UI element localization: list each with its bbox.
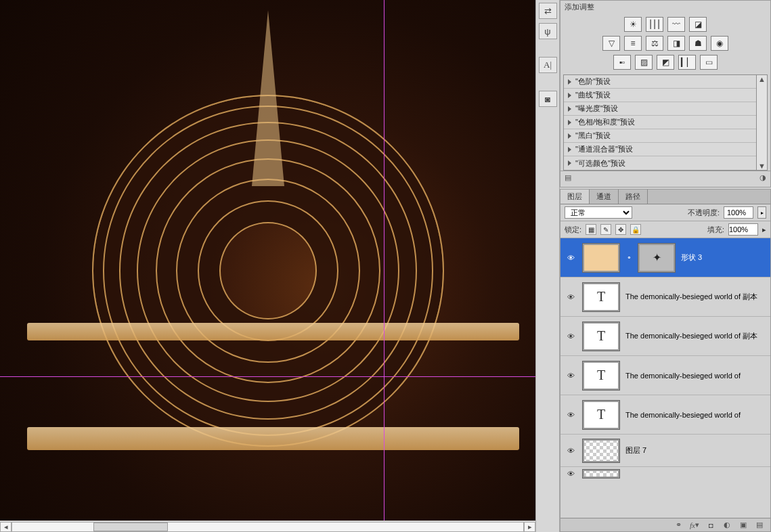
preset-label: "黑白"预设 (575, 131, 611, 141)
layer-name[interactable]: The demonically-besieged world of 副本 (625, 292, 766, 302)
gradient-map-icon[interactable]: ▎▏ (678, 55, 696, 70)
adjustment-new-icon[interactable]: ◑ (759, 173, 766, 182)
layer-row-text-1[interactable]: 👁 T The demonically-besieged world of 副本 (560, 278, 770, 317)
preset-levels[interactable]: "色阶"预设 (564, 75, 756, 89)
new-layer-icon[interactable]: ▤ (754, 520, 765, 530)
fill-input[interactable] (728, 223, 758, 236)
scroll-right-button[interactable]: ▸ (524, 522, 535, 532)
layer-row-text-2[interactable]: 👁 T The demonically-besieged world of 副本 (560, 317, 770, 356)
scroll-thumb[interactable] (93, 523, 168, 531)
presets-list: "色阶"预设 "曲线"预设 "曝光度"预设 "色相/饱和度"预设 "黑白"预设 … (563, 74, 757, 171)
opacity-input[interactable] (724, 206, 753, 219)
preset-curves[interactable]: "曲线"预设 (564, 89, 756, 102)
text-layer-thumbnail[interactable]: T (582, 282, 620, 312)
preset-exposure[interactable]: "曝光度"预设 (564, 102, 756, 116)
new-adjustment-layer-icon[interactable]: ◐ (722, 520, 732, 530)
curves-icon[interactable]: 〰 (667, 17, 685, 32)
mask-link-icon[interactable]: ∘ (625, 253, 632, 262)
lock-transparency-icon[interactable]: ▦ (586, 224, 596, 235)
exposure-icon[interactable]: ◪ (689, 17, 707, 32)
layer-thumbnail[interactable] (582, 243, 620, 273)
guide-vertical[interactable] (384, 0, 384, 520)
text-layer-thumbnail[interactable]: T (582, 322, 620, 351)
invert-icon[interactable]: ▪▫ (613, 55, 631, 70)
lock-all-icon[interactable]: 🔒 (630, 224, 641, 235)
visibility-toggle-icon[interactable]: 👁 (565, 252, 577, 264)
lock-row: 锁定: ▦ ✎ ✥ 🔒 填充: ▸ (560, 221, 770, 238)
presets-scrollbar[interactable]: ▲▼ (757, 74, 768, 171)
tab-paths[interactable]: 路径 (619, 190, 648, 204)
vibrance-icon[interactable]: ▽ (602, 36, 620, 51)
lock-position-icon[interactable]: ✥ (615, 224, 626, 235)
text-layer-thumbnail[interactable]: T (582, 400, 620, 430)
raster-layer-thumbnail[interactable] (582, 469, 620, 479)
layer-name[interactable]: The demonically-besieged world of (625, 372, 766, 380)
usb-icon[interactable]: ψ (539, 23, 557, 39)
layer-name[interactable]: The demonically-besieged world of 副本 (625, 331, 766, 341)
tab-layers[interactable]: 图层 (560, 190, 590, 204)
lock-pixels-icon[interactable]: ✎ (600, 224, 611, 235)
preset-label: "曝光度"预设 (575, 104, 618, 114)
artwork-spire (252, 10, 284, 186)
panel-tabs: 图层 通道 路径 (560, 190, 770, 204)
layer-fx-icon[interactable]: fx▾ (689, 520, 700, 530)
vector-mask-thumbnail[interactable]: ✦ (638, 243, 676, 273)
layer-options-row: 正常 不透明度: ▸ (560, 204, 770, 221)
preset-black-white[interactable]: "黑白"预设 (564, 129, 756, 143)
preset-channel-mixer[interactable]: "通道混合器"预设 (564, 143, 756, 156)
visibility-toggle-icon[interactable]: 👁 (565, 291, 577, 303)
guide-horizontal[interactable] (0, 376, 535, 377)
levels-icon[interactable]: ⎮⎮⎮ (646, 17, 663, 32)
disclosure-triangle-icon (568, 147, 571, 152)
link-layers-icon[interactable]: ⚭ (673, 520, 684, 530)
layer-row-partial[interactable]: 👁 (560, 467, 770, 481)
hue-saturation-icon[interactable]: ≡ (624, 36, 642, 51)
camera-icon[interactable]: ◙ (539, 91, 557, 107)
adjustment-clip-icon[interactable]: ▤ (565, 173, 571, 182)
preset-label: "可选颜色"预设 (575, 158, 625, 169)
document-canvas[interactable] (0, 0, 535, 520)
scroll-track[interactable] (12, 522, 524, 532)
preset-hue-sat[interactable]: "色相/饱和度"预设 (564, 116, 756, 129)
selective-color-icon[interactable]: ▭ (700, 55, 718, 70)
black-white-icon[interactable]: ◨ (667, 36, 685, 51)
visibility-toggle-icon[interactable]: 👁 (565, 445, 577, 457)
layer-name[interactable]: 图层 7 (625, 445, 766, 456)
visibility-toggle-icon[interactable]: 👁 (565, 370, 577, 382)
opacity-label: 不透明度: (688, 208, 720, 218)
layer-name[interactable]: The demonically-besieged world of (625, 411, 766, 419)
disclosure-triangle-icon (568, 79, 571, 85)
scroll-left-button[interactable]: ◂ (0, 522, 12, 532)
posterize-icon[interactable]: ▨ (635, 55, 653, 70)
swap-icon[interactable]: ⇄ (539, 3, 557, 19)
canvas-horizontal-scrollbar[interactable]: ◂ ▸ (0, 520, 535, 532)
layer-row-shape3[interactable]: 👁 ∘ ✦ 形状 3 (560, 238, 770, 278)
raster-layer-thumbnail[interactable] (582, 439, 620, 463)
add-mask-icon[interactable]: ◘ (705, 520, 716, 530)
fill-flyout-icon[interactable]: ▸ (762, 225, 766, 234)
new-group-icon[interactable]: ▣ (738, 520, 749, 530)
visibility-toggle-icon[interactable]: 👁 (565, 409, 577, 421)
tab-channels[interactable]: 通道 (590, 190, 619, 204)
color-balance-icon[interactable]: ⚖ (646, 36, 663, 51)
channel-mixer-icon[interactable]: ◉ (711, 36, 728, 51)
character-panel-icon[interactable]: A| (539, 57, 557, 73)
text-layer-thumbnail[interactable]: T (582, 361, 620, 391)
photo-filter-icon[interactable]: ☗ (689, 36, 707, 51)
blend-mode-select[interactable]: 正常 (565, 206, 632, 219)
layer-row-layer7[interactable]: 👁 图层 7 (560, 435, 770, 467)
layer-row-text-3[interactable]: 👁 T The demonically-besieged world of (560, 356, 770, 395)
visibility-toggle-icon[interactable]: 👁 (565, 468, 577, 480)
opacity-flyout-icon[interactable]: ▸ (757, 206, 766, 219)
layers-panel: 图层 通道 路径 正常 不透明度: ▸ 锁定: ▦ ✎ ✥ 🔒 填充 (560, 189, 771, 532)
preset-label: "色相/饱和度"预设 (575, 117, 635, 127)
brightness-contrast-icon[interactable]: ☀ (624, 17, 642, 32)
threshold-icon[interactable]: ◩ (657, 55, 674, 70)
preset-selective-color[interactable]: "可选颜色"预设 (564, 156, 756, 170)
visibility-toggle-icon[interactable]: 👁 (565, 330, 577, 342)
artwork-bar-lower (27, 427, 520, 450)
layer-name[interactable]: 形状 3 (681, 252, 766, 263)
layer-row-text-4[interactable]: 👁 T The demonically-besieged world of (560, 395, 770, 435)
artwork-bar-upper (27, 323, 520, 340)
adjustments-row-3: ▪▫ ▨ ◩ ▎▏ ▭ (560, 53, 770, 72)
